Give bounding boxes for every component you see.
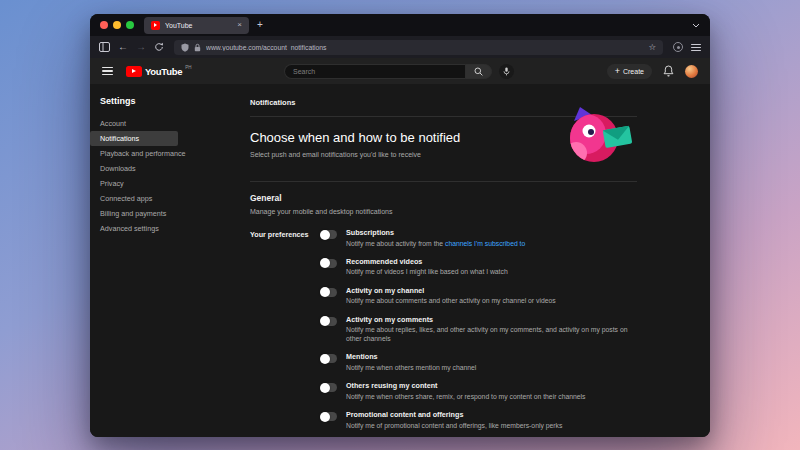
create-button[interactable]: + Create: [607, 64, 652, 79]
browser-tab-youtube[interactable]: YouTube ×: [144, 17, 249, 34]
pref-desc: Notify me of promotional content and off…: [346, 422, 562, 430]
pref-desc: Notify me about replies, likes, and othe…: [346, 326, 637, 343]
lock-icon: [194, 43, 201, 52]
sidebar-item-connected-apps[interactable]: Connected apps: [90, 191, 240, 206]
general-section-title: General: [250, 193, 637, 203]
sidebar-toggle-icon[interactable]: [99, 42, 110, 52]
shield-icon[interactable]: [181, 43, 189, 52]
pref-desc: Notify me about comments and other activ…: [346, 297, 556, 305]
new-tab-button[interactable]: +: [257, 20, 263, 30]
reused-content-toggle[interactable]: [320, 383, 337, 392]
sidebar-item-notifications[interactable]: Notifications: [90, 131, 178, 146]
subscribed-channels-link[interactable]: channels I'm subscribed to: [445, 240, 525, 247]
tab-close-icon[interactable]: ×: [237, 21, 242, 29]
desktop: { "browser": { "tab_title": "YouTube", "…: [0, 0, 800, 450]
forward-icon[interactable]: →: [136, 42, 146, 52]
youtube-header: YouTube PH + Create: [90, 58, 710, 84]
window-controls: [100, 21, 134, 29]
sidebar-item-account[interactable]: Account: [90, 116, 240, 131]
sidebar-title: Settings: [90, 92, 240, 116]
preferences-label: Your preferences: [250, 228, 320, 437]
pref-title: Others reusing my content: [346, 381, 586, 390]
pref-title: Recommended videos: [346, 257, 508, 266]
browser-window: YouTube × + ← → www.youtube.com/account_…: [90, 14, 710, 437]
bookmark-star-icon[interactable]: ☆: [648, 42, 656, 52]
create-button-label: Create: [623, 68, 644, 75]
maximize-window-button[interactable]: [126, 21, 134, 29]
pref-row-promotional: Promotional content and offerings Notify…: [320, 410, 637, 430]
sidebar-item-billing[interactable]: Billing and payments: [90, 206, 240, 221]
pref-desc: Notify me when others share, remix, or r…: [346, 393, 586, 401]
sidebar-item-advanced[interactable]: Advanced settings: [90, 221, 240, 236]
url-text[interactable]: www.youtube.com/account_notifications: [206, 44, 643, 51]
pref-title: Subscriptions: [346, 228, 525, 237]
pref-desc: Notify me when others mention my channel: [346, 364, 476, 372]
pref-title: Mentions: [346, 352, 476, 361]
tab-title: YouTube: [165, 22, 232, 29]
sidebar-item-playback[interactable]: Playback and performance: [90, 146, 240, 161]
notifications-bell-icon[interactable]: [663, 65, 674, 77]
sidebar-item-downloads[interactable]: Downloads: [90, 161, 240, 176]
pref-title: Promotional content and offerings: [346, 410, 562, 419]
pref-row-subscriptions: Subscriptions Notify me about activity f…: [320, 228, 637, 248]
browser-nav-bar: ← → www.youtube.com/account_notification…: [90, 36, 710, 58]
pref-desc: Notify me of videos I might like based o…: [346, 268, 508, 276]
refresh-icon[interactable]: [154, 42, 164, 52]
pref-row-mentions: Mentions Notify me when others mention m…: [320, 352, 637, 372]
voice-search-button[interactable]: [499, 64, 514, 79]
preferences-section: Your preferences Subscriptions Notify me…: [250, 228, 637, 437]
youtube-play-icon: [126, 66, 142, 77]
preferences-list: Subscriptions Notify me about activity f…: [320, 228, 637, 437]
channel-activity-toggle[interactable]: [320, 288, 337, 297]
search-icon: [474, 67, 483, 76]
youtube-page-body: Settings Account Notifications Playback …: [90, 84, 710, 437]
header-right-controls: + Create: [607, 64, 698, 79]
pref-title: Activity on my channel: [346, 286, 556, 295]
search-area: [284, 64, 514, 79]
general-section-subtitle: Manage your mobile and desktop notificat…: [250, 208, 637, 215]
pref-row-recommended: Recommended videos Notify me of videos I…: [320, 257, 637, 277]
sidebar-item-privacy[interactable]: Privacy: [90, 176, 240, 191]
recommended-videos-toggle[interactable]: [320, 259, 337, 268]
list-all-tabs-icon[interactable]: [692, 23, 700, 28]
avatar[interactable]: [685, 65, 698, 78]
close-window-button[interactable]: [100, 21, 108, 29]
pref-row-reused-content: Others reusing my content Notify me when…: [320, 381, 637, 401]
settings-sidebar: Settings Account Notifications Playback …: [90, 84, 240, 437]
search-button[interactable]: [465, 64, 492, 79]
notifications-settings-main: Notifications Choose when and how to be …: [240, 84, 710, 437]
pref-title: Activity on my comments: [346, 315, 637, 324]
youtube-logo[interactable]: YouTube PH: [126, 65, 191, 78]
comment-activity-toggle[interactable]: [320, 317, 337, 326]
browser-tab-bar: YouTube × +: [90, 14, 710, 36]
menu-icon[interactable]: [691, 44, 701, 51]
url-bar[interactable]: www.youtube.com/account_notifications ☆: [174, 40, 663, 55]
youtube-country-badge: PH: [185, 65, 191, 71]
notifications-illustration: [564, 106, 636, 164]
minimize-window-button[interactable]: [113, 21, 121, 29]
pref-desc-text: Notify me about activity from the: [346, 240, 445, 247]
back-icon[interactable]: ←: [118, 42, 128, 52]
pref-desc: Notify me about activity from the channe…: [346, 240, 525, 248]
promotional-content-toggle[interactable]: [320, 412, 337, 421]
pref-row-comment-activity: Activity on my comments Notify me about …: [320, 315, 637, 343]
divider: [250, 181, 637, 182]
youtube-logo-text: YouTube: [145, 65, 182, 78]
plus-icon: +: [615, 67, 620, 76]
youtube-favicon: [151, 21, 160, 30]
search-input[interactable]: [284, 64, 465, 79]
subscriptions-toggle[interactable]: [320, 230, 337, 239]
mentions-toggle[interactable]: [320, 354, 337, 363]
guide-menu-icon[interactable]: [102, 67, 113, 75]
mic-icon: [503, 67, 510, 76]
pref-row-channel-activity: Activity on my channel Notify me about c…: [320, 286, 637, 306]
search-box: [284, 64, 492, 79]
profile-icon[interactable]: [673, 42, 683, 52]
